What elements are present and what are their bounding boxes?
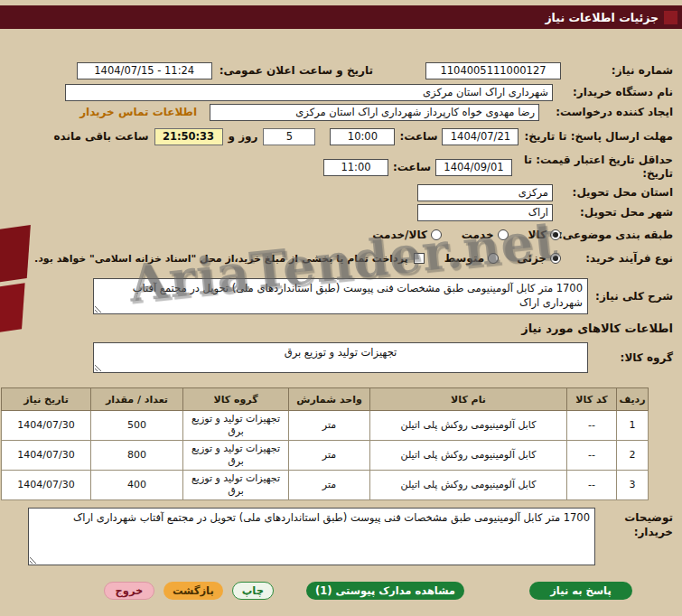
announce-datetime-input[interactable] (77, 62, 212, 79)
titlebar: جزئیات اطلاعات نیاز (0, 5, 682, 29)
radio-medium[interactable] (488, 253, 499, 264)
price-validity-row: حداقل تاریخ اعتبار قیمت: تا تاریخ: ساعت: (0, 153, 682, 182)
radio-service-label[interactable]: خدمت (462, 229, 494, 241)
buyer-org-label: نام دستگاه خریدار: (566, 86, 673, 98)
radio-goods[interactable] (550, 229, 561, 240)
table-cell: تجهیزات تولید و توزیع برق (183, 471, 289, 500)
table-cell: متر (289, 411, 370, 441)
treasury-checkbox[interactable] (414, 253, 425, 264)
respond-button[interactable]: پاسخ به نیاز (529, 582, 632, 600)
table-cell: 2 (617, 441, 649, 471)
table-cell: 3 (617, 471, 649, 500)
need-number-row: شماره نیاز: تاریخ و ساعت اعلان عمومی: (0, 61, 682, 79)
page-title: جزئیات اطلاعات نیاز (545, 11, 659, 24)
creator-input[interactable] (210, 104, 539, 121)
need-number-input[interactable] (425, 62, 561, 79)
table-cell: تجهیزات تولید و توزیع برق (183, 441, 289, 471)
treasury-checkbox-label[interactable]: پرداخت تمام یا بخشی از مبلغ خرید،از محل … (34, 253, 408, 265)
city-row: شهر محل تحویل: (0, 203, 682, 221)
back-button[interactable]: بازگشت (163, 582, 223, 600)
category-row: طبقه بندی موضوعی: کالا خدمت کالا/خدمت (0, 226, 682, 244)
validity-hour-label: ساعت: (393, 161, 431, 173)
buyer-org-input[interactable] (65, 84, 553, 101)
buyer-notes-textarea[interactable]: 1700 متر کابل آلومینیومی طبق مشخصات فنی … (28, 508, 595, 565)
need-details-page: جزئیات اطلاعات نیاز شماره نیاز: تاریخ و … (0, 0, 682, 616)
validity-label: حداقل تاریخ اعتبار قیمت: تا تاریخ: (519, 154, 673, 181)
exit-button[interactable]: خروج (104, 582, 154, 600)
countdown-timer: 21:50:33 (154, 128, 223, 145)
table-row: 1 -- کابل آلومینیومی روکش پلی اتیلن متر … (2, 411, 649, 441)
remaining-days-unit-label: روز و (229, 130, 258, 143)
titlebar-badge-icon (664, 11, 677, 24)
action-buttons-row: پاسخ به نیاز مشاهده مدارک پیوستی (1) چاپ… (0, 582, 682, 600)
radio-minor[interactable] (550, 253, 561, 264)
process-type-row: نوع فرآیند خرید: جزئی متوسط پرداخت تمام … (0, 249, 682, 267)
print-button[interactable]: چاپ (232, 582, 274, 600)
table-cell: 1404/07/30 (2, 441, 91, 471)
table-header-row: ردیف کد کالا نام کالا واحد شمارش گروه کا… (2, 388, 649, 411)
table-cell: تجهیزات تولید و توزیع برق (183, 411, 289, 441)
general-description-row: شرح کلی نیاز: 1700 متر کابل آلومینیومی ط… (0, 278, 682, 314)
goods-section-title: اطلاعات کالاهای مورد نیاز (0, 322, 682, 335)
deadline-date-input[interactable] (442, 128, 519, 145)
col-item-name: نام کالا (370, 388, 567, 411)
buyer-notes-label: توضیحات خریدار: (601, 508, 673, 539)
table-cell: 800 (91, 441, 183, 471)
deadline-hour-label: ساعت: (399, 130, 437, 143)
process-label: نوع فرآیند خرید: (566, 252, 673, 265)
announce-datetime-label: تاریخ و ساعت اعلان عمومی: (220, 64, 373, 77)
table-cell: -- (567, 471, 617, 500)
radio-medium-label[interactable]: متوسط (444, 252, 485, 265)
radio-goods-label[interactable]: کالا (528, 229, 547, 241)
province-input[interactable] (417, 184, 553, 201)
validity-date-input[interactable] (435, 159, 512, 176)
deadline-label: مهلت ارسال پاسخ: تا تاریخ: (524, 130, 673, 143)
table-row: 3 -- کابل آلومینیومی روکش پلی اتیلن متر … (2, 471, 649, 500)
col-item-code: کد کالا (567, 388, 617, 411)
view-documents-button[interactable]: مشاهده مدارک پیوستی (1) (306, 582, 464, 600)
col-row-number: ردیف (617, 388, 649, 411)
province-row: استان محل تحویل: (0, 183, 682, 201)
deadline-hour-input[interactable] (330, 128, 395, 145)
table-cell: متر (289, 471, 370, 500)
radio-goods-service[interactable] (431, 229, 442, 240)
table-cell: 1 (617, 411, 649, 441)
buyer-contact-link[interactable]: اطلاعات تماس خریدار (79, 106, 197, 118)
creator-label: ایجاد کننده درخواست: (566, 106, 673, 118)
creator-row: ایجاد کننده درخواست: اطلاعات تماس خریدار (0, 103, 682, 121)
table-cell: 400 (91, 471, 183, 500)
description-label: شرح کلی نیاز: (593, 290, 673, 303)
radio-goods-service-label[interactable]: کالا/خدمت (372, 229, 427, 241)
table-cell: کابل آلومینیومی روکش پلی اتیلن (370, 441, 567, 471)
deadline-row: مهلت ارسال پاسخ: تا تاریخ: ساعت: 5 روز و… (0, 127, 682, 145)
category-label: طبقه بندی موضوعی: (566, 229, 673, 241)
goods-table: ردیف کد کالا نام کالا واحد شمارش گروه کا… (1, 387, 649, 500)
remaining-hours-label: ساعت باقی مانده (53, 130, 148, 143)
table-cell: متر (289, 441, 370, 471)
col-unit: واحد شمارش (289, 388, 370, 411)
col-quantity: تعداد / مقدار (91, 388, 183, 411)
radio-service[interactable] (498, 229, 509, 240)
general-description-textarea[interactable]: 1700 متر کابل آلومینیومی طبق مشخصات فنی … (93, 278, 588, 314)
remaining-days-box: 5 (263, 128, 315, 145)
province-label: استان محل تحویل: (566, 186, 673, 199)
table-cell: 1404/07/30 (2, 471, 91, 500)
goods-group-row: گروه کالا: تجهیزات تولید و توزیع برق (0, 342, 682, 373)
city-input[interactable] (417, 204, 553, 221)
buyer-notes-row: توضیحات خریدار: 1700 متر کابل آلومینیومی… (0, 508, 682, 565)
buyer-org-row: نام دستگاه خریدار: (0, 83, 682, 101)
goods-group-label: گروه کالا: (593, 351, 673, 364)
radio-minor-label[interactable]: جزئی (517, 252, 547, 265)
table-cell: -- (567, 441, 617, 471)
table-cell: کابل آلومینیومی روکش پلی اتیلن (370, 471, 567, 500)
table-cell: 500 (91, 411, 183, 441)
need-info-form: شماره نیاز: تاریخ و ساعت اعلان عمومی: نا… (0, 29, 682, 267)
goods-group-textarea[interactable]: تجهیزات تولید و توزیع برق (93, 342, 588, 373)
table-cell: 1404/07/30 (2, 411, 91, 441)
need-number-label: شماره نیاز: (566, 64, 673, 77)
validity-hour-input[interactable] (323, 159, 388, 176)
table-cell: -- (567, 411, 617, 441)
col-group: گروه کالا (183, 388, 289, 411)
city-label: شهر محل تحویل: (566, 206, 673, 219)
table-row: 2 -- کابل آلومینیومی روکش پلی اتیلن متر … (2, 441, 649, 471)
